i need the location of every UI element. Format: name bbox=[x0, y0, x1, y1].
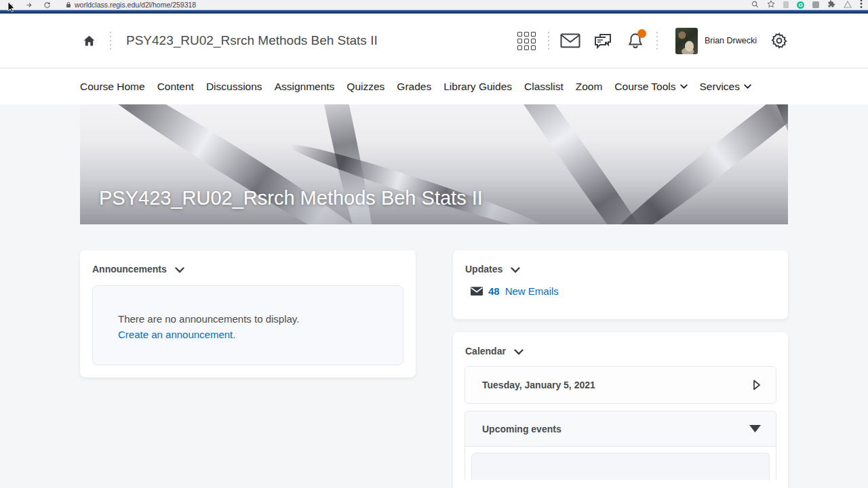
notifications-button[interactable] bbox=[623, 28, 648, 54]
calendar-date-row[interactable]: Tuesday, January 5, 2021 bbox=[465, 366, 776, 404]
updates-widget: Updates 48 New Emails bbox=[453, 250, 788, 319]
email-count-label: New Emails bbox=[505, 285, 559, 297]
announcements-empty-message: There are no announcements to display. bbox=[118, 313, 403, 325]
user-name[interactable]: Brian Drwecki bbox=[705, 36, 757, 45]
triangle-down-icon[interactable] bbox=[749, 425, 761, 432]
header-course-title: PSY423_RU02_Rsrch Methods Beh Stats II bbox=[126, 33, 378, 48]
course-banner: PSY423_RU02_Rsrch Methods Beh Stats II bbox=[80, 104, 788, 224]
email-button[interactable] bbox=[557, 28, 583, 54]
calendar-title[interactable]: Calendar bbox=[465, 346, 506, 357]
nav-course-tools[interactable]: Course Tools bbox=[614, 81, 687, 93]
email-icon bbox=[560, 33, 580, 48]
chat-icon bbox=[593, 33, 612, 49]
create-announcement-link[interactable]: Create an announcement. bbox=[118, 329, 235, 340]
nav-zoom[interactable]: Zoom bbox=[576, 81, 603, 93]
chevron-down-icon[interactable] bbox=[514, 349, 524, 355]
upcoming-events-title: Upcoming events bbox=[482, 424, 561, 434]
header-divider bbox=[110, 32, 111, 49]
gear-icon bbox=[770, 32, 788, 49]
upcoming-events-section: Upcoming events bbox=[465, 411, 776, 480]
banner-course-title: PSY423_RU02_Rsrch Methods Beh Stats II bbox=[99, 187, 483, 209]
settings-button[interactable] bbox=[766, 28, 792, 54]
lock-icon bbox=[66, 1, 71, 8]
nav-content[interactable]: Content bbox=[157, 81, 194, 93]
calendar-widget: Calendar Tuesday, January 5, 2021 Upcomi… bbox=[453, 332, 788, 488]
grammarly-extension-icon[interactable]: G bbox=[797, 1, 804, 9]
extension-box-icon[interactable] bbox=[812, 1, 819, 8]
announcements-empty-box: There are no announcements to display. C… bbox=[92, 285, 403, 365]
nav-classlist[interactable]: Classlist bbox=[524, 81, 564, 93]
new-emails-link[interactable]: 48 New Emails bbox=[471, 285, 788, 297]
nav-discussions[interactable]: Discussions bbox=[206, 81, 262, 93]
play-next-icon[interactable] bbox=[753, 380, 761, 390]
url-text: worldclass.regis.edu/d2l/home/259318 bbox=[75, 1, 196, 9]
header-divider bbox=[656, 32, 658, 49]
email-filled-icon bbox=[471, 287, 483, 296]
course-navbar: Course Home Content Discussions Assignme… bbox=[0, 68, 868, 104]
nav-course-home[interactable]: Course Home bbox=[80, 81, 145, 93]
chevron-down-icon[interactable] bbox=[511, 267, 520, 273]
email-count: 48 bbox=[488, 285, 500, 297]
upcoming-events-empty-box bbox=[471, 453, 770, 480]
mouse-cursor bbox=[7, 1, 16, 12]
app-header: PSY423_RU02_Rsrch Methods Beh Stats II B… bbox=[0, 14, 868, 68]
chevron-down-icon[interactable] bbox=[175, 267, 184, 273]
announcements-title[interactable]: Announcements bbox=[92, 264, 167, 274]
nav-services[interactable]: Services bbox=[700, 81, 751, 93]
upcoming-events-header[interactable]: Upcoming events bbox=[465, 411, 776, 447]
nav-grades[interactable]: Grades bbox=[397, 81, 431, 93]
browser-forward-button[interactable] bbox=[25, 1, 33, 9]
chevron-down-icon bbox=[680, 84, 688, 89]
grid-icon bbox=[517, 32, 536, 50]
user-avatar[interactable] bbox=[675, 28, 698, 54]
extension-page-icon[interactable] bbox=[783, 1, 789, 8]
calendar-date: Tuesday, January 5, 2021 bbox=[482, 380, 595, 390]
announcements-widget: Announcements There are no announcements… bbox=[80, 250, 416, 378]
chat-button[interactable] bbox=[590, 28, 616, 54]
browser-toolbar: worldclass.regis.edu/d2l/home/259318 G bbox=[0, 0, 868, 9]
home-icon bbox=[82, 34, 96, 48]
nav-library-guides[interactable]: Library Guides bbox=[443, 81, 512, 93]
header-divider bbox=[548, 32, 549, 49]
nav-quizzes[interactable]: Quizzes bbox=[347, 81, 384, 93]
updates-title[interactable]: Updates bbox=[465, 264, 502, 274]
chevron-down-icon bbox=[744, 84, 751, 89]
notification-badge-dot bbox=[637, 29, 646, 38]
nav-assignments[interactable]: Assignments bbox=[275, 81, 335, 93]
app-switcher-button[interactable] bbox=[514, 28, 540, 54]
address-bar[interactable]: worldclass.regis.edu/d2l/home/259318 bbox=[66, 1, 196, 9]
browser-reload-button[interactable] bbox=[43, 1, 51, 9]
home-button[interactable] bbox=[76, 28, 102, 54]
